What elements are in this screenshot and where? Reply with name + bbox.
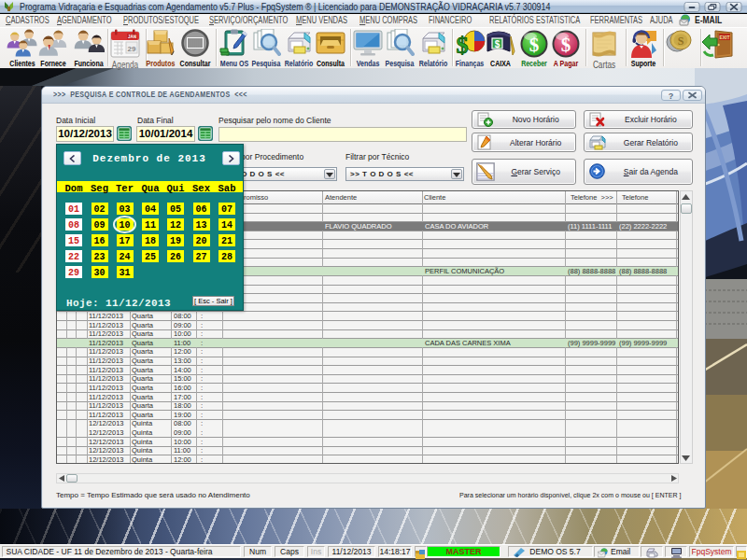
svg-text:$: $ [457, 32, 469, 59]
svg-text:$: $ [529, 34, 540, 56]
svg-text:JAN: JAN [128, 35, 136, 39]
svg-text:$: $ [495, 39, 500, 49]
svg-text:29: 29 [128, 45, 136, 53]
svg-text:$: $ [560, 34, 571, 56]
svg-text:EXIT: EXIT [719, 35, 729, 40]
svg-text:?: ? [669, 91, 674, 101]
svg-text:S: S [678, 35, 684, 48]
